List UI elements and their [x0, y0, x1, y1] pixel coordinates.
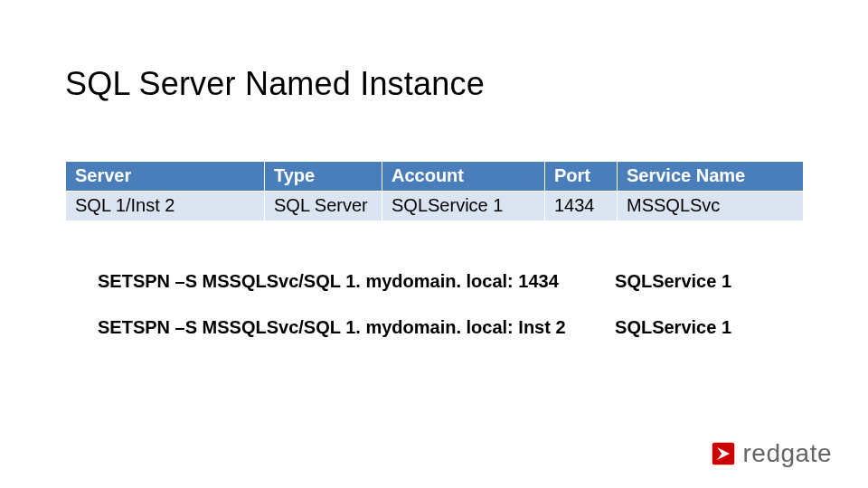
server-table: Server Type Account Port Service Name SQ…: [65, 161, 803, 221]
command-row: SETSPN –S MSSQLSvc/SQL 1. mydomain. loca…: [98, 317, 868, 363]
command-text: SETSPN –S MSSQLSvc/SQL 1. mydomain. loca…: [98, 271, 615, 317]
table-header-row: Server Type Account Port Service Name: [66, 162, 804, 192]
cell-server: SQL 1/Inst 2: [66, 192, 265, 221]
command-text: SETSPN –S MSSQLSvc/SQL 1. mydomain. loca…: [98, 317, 615, 363]
redgate-logo-icon: [711, 441, 736, 466]
col-type: Type: [265, 162, 382, 192]
redgate-logo-text: redgate: [743, 439, 832, 468]
command-row: SETSPN –S MSSQLSvc/SQL 1. mydomain. loca…: [98, 271, 868, 317]
cell-account: SQLService 1: [382, 192, 545, 221]
cell-port: 1434: [545, 192, 618, 221]
col-service-name: Service Name: [618, 162, 804, 192]
col-account: Account: [382, 162, 545, 192]
col-server: Server: [66, 162, 265, 192]
redgate-logo: redgate: [711, 439, 832, 468]
command-account: SQLService 1: [615, 271, 868, 317]
cell-service-name: MSSQLSvc: [618, 192, 804, 221]
command-account: SQLService 1: [615, 317, 868, 363]
slide: SQL Server Named Instance Server Type Ac…: [0, 0, 868, 488]
col-port: Port: [545, 162, 618, 192]
setspn-commands: SETSPN –S MSSQLSvc/SQL 1. mydomain. loca…: [98, 271, 868, 363]
slide-title: SQL Server Named Instance: [65, 65, 485, 103]
table-row: SQL 1/Inst 2 SQL Server SQLService 1 143…: [66, 192, 804, 221]
cell-type: SQL Server: [265, 192, 382, 221]
